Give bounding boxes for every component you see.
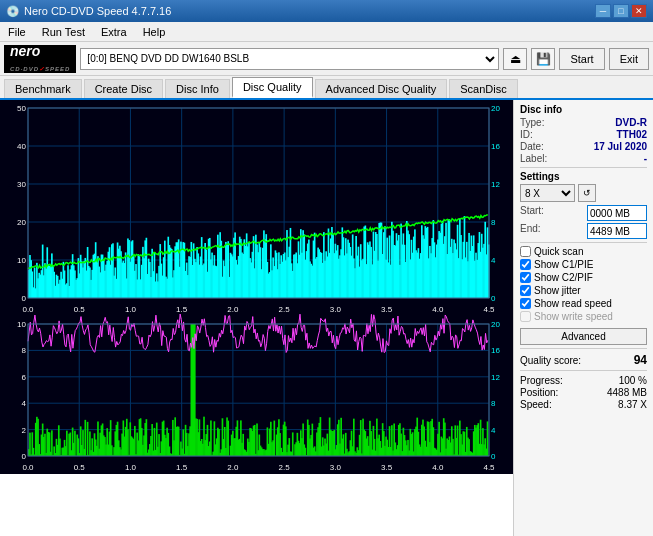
- disc-label-label: Label:: [520, 153, 547, 164]
- start-row: Start:: [520, 205, 647, 221]
- tab-scan-disc[interactable]: ScanDisc: [449, 79, 517, 98]
- speed-select[interactable]: 8 X Max 4 X 2 X 1 X: [520, 184, 575, 202]
- advanced-button[interactable]: Advanced: [520, 328, 647, 345]
- progress-value: 100 %: [619, 375, 647, 386]
- menu-extra[interactable]: Extra: [97, 25, 131, 39]
- position-label: Position:: [520, 387, 558, 398]
- disc-type-value: DVD-R: [615, 117, 647, 128]
- menu-run-test[interactable]: Run Test: [38, 25, 89, 39]
- right-panel: Disc info Type: DVD-R ID: TTH02 Date: 17…: [513, 100, 653, 536]
- end-input[interactable]: [587, 223, 647, 239]
- start-input[interactable]: [587, 205, 647, 221]
- speed-row: 8 X Max 4 X 2 X 1 X ↺: [520, 184, 647, 202]
- divider4: [520, 370, 647, 371]
- disc-label-row: Label: -: [520, 153, 647, 164]
- quick-scan-row: Quick scan: [520, 246, 647, 257]
- app-icon: 💿: [6, 5, 20, 18]
- progress-label: Progress:: [520, 375, 563, 386]
- disc-date-value: 17 Jul 2020: [594, 141, 647, 152]
- show-c1pie-checkbox[interactable]: [520, 259, 531, 270]
- divider3: [520, 348, 647, 349]
- nero-logo: nero CD·DVD✓SPEED: [4, 45, 76, 73]
- position-row: Position: 4488 MB: [520, 387, 647, 398]
- show-read-speed-label: Show read speed: [534, 298, 612, 309]
- disc-date-row: Date: 17 Jul 2020: [520, 141, 647, 152]
- disc-label-value: -: [644, 153, 647, 164]
- tab-disc-info[interactable]: Disc Info: [165, 79, 230, 98]
- write-speed-row: Show write speed: [520, 311, 647, 322]
- speed-progress-label: Speed:: [520, 399, 552, 410]
- quality-score-label: Quality score:: [520, 355, 581, 366]
- eject-button[interactable]: ⏏: [503, 48, 527, 70]
- close-button[interactable]: ✕: [631, 4, 647, 18]
- toolbar: nero CD·DVD✓SPEED [0:0] BENQ DVD DD DW16…: [0, 42, 653, 76]
- disc-info-title: Disc info: [520, 104, 647, 115]
- jitter-row: Show jitter: [520, 285, 647, 296]
- disc-date-label: Date:: [520, 141, 544, 152]
- refresh-button[interactable]: ↺: [578, 184, 596, 202]
- show-c2pif-label: Show C2/PIF: [534, 272, 593, 283]
- show-read-speed-checkbox[interactable]: [520, 298, 531, 309]
- position-value: 4488 MB: [607, 387, 647, 398]
- tab-advanced-disc-quality[interactable]: Advanced Disc Quality: [315, 79, 448, 98]
- end-label: End:: [520, 223, 541, 239]
- drive-select[interactable]: [0:0] BENQ DVD DD DW1640 BSLB: [80, 48, 499, 70]
- quick-scan-label: Quick scan: [534, 246, 583, 257]
- disc-id-row: ID: TTH02: [520, 129, 647, 140]
- c1pie-row: Show C1/PIE: [520, 259, 647, 270]
- show-jitter-label: Show jitter: [534, 285, 581, 296]
- disc-id-value: TTH02: [616, 129, 647, 140]
- app-title: Nero CD-DVD Speed 4.7.7.16: [24, 5, 171, 17]
- menubar: File Run Test Extra Help: [0, 22, 653, 42]
- tabs: Benchmark Create Disc Disc Info Disc Qua…: [0, 76, 653, 100]
- menu-help[interactable]: Help: [139, 25, 170, 39]
- start-label: Start:: [520, 205, 544, 221]
- start-button[interactable]: Start: [559, 48, 604, 70]
- chart-area: [0, 100, 513, 474]
- show-c2pif-checkbox[interactable]: [520, 272, 531, 283]
- maximize-button[interactable]: □: [613, 4, 629, 18]
- save-button[interactable]: 💾: [531, 48, 555, 70]
- quality-score-row: Quality score: 94: [520, 353, 647, 367]
- chart-canvas: [0, 100, 513, 474]
- settings-title: Settings: [520, 171, 647, 182]
- titlebar: 💿 Nero CD-DVD Speed 4.7.7.16 ─ □ ✕: [0, 0, 653, 22]
- minimize-button[interactable]: ─: [595, 4, 611, 18]
- show-write-speed-label: Show write speed: [534, 311, 613, 322]
- end-row: End:: [520, 223, 647, 239]
- disc-type-row: Type: DVD-R: [520, 117, 647, 128]
- tab-disc-quality[interactable]: Disc Quality: [232, 77, 313, 98]
- show-write-speed-checkbox: [520, 311, 531, 322]
- progress-row: Progress: 100 %: [520, 375, 647, 386]
- speed-progress-value: 8.37 X: [618, 399, 647, 410]
- titlebar-left: 💿 Nero CD-DVD Speed 4.7.7.16: [6, 5, 171, 18]
- main-content: Disc info Type: DVD-R ID: TTH02 Date: 17…: [0, 100, 653, 536]
- show-c1pie-label: Show C1/PIE: [534, 259, 593, 270]
- titlebar-controls: ─ □ ✕: [595, 4, 647, 18]
- disc-type-label: Type:: [520, 117, 544, 128]
- divider1: [520, 167, 647, 168]
- speed-row2: Speed: 8.37 X: [520, 399, 647, 410]
- exit-button[interactable]: Exit: [609, 48, 649, 70]
- menu-file[interactable]: File: [4, 25, 30, 39]
- quick-scan-checkbox[interactable]: [520, 246, 531, 257]
- progress-section: Progress: 100 % Position: 4488 MB Speed:…: [520, 375, 647, 410]
- show-jitter-checkbox[interactable]: [520, 285, 531, 296]
- divider2: [520, 242, 647, 243]
- tab-benchmark[interactable]: Benchmark: [4, 79, 82, 98]
- read-speed-row: Show read speed: [520, 298, 647, 309]
- disc-id-label: ID:: [520, 129, 533, 140]
- tab-create-disc[interactable]: Create Disc: [84, 79, 163, 98]
- quality-score-value: 94: [634, 353, 647, 367]
- c2pif-row: Show C2/PIF: [520, 272, 647, 283]
